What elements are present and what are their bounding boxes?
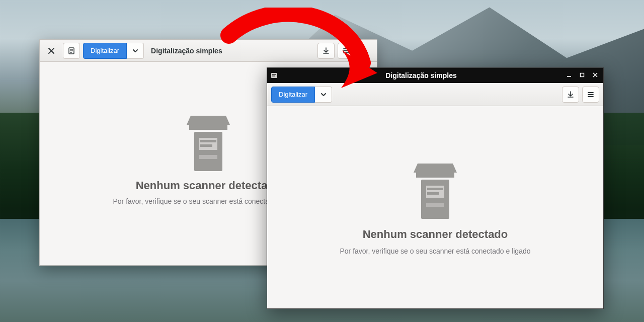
content-area: Nenhum scanner detectado Por favor, veri… — [267, 106, 603, 308]
headerbar: Digitalizar Digitalização simples — [40, 40, 377, 62]
toolbar: Digitalizar — [267, 83, 603, 106]
close-button[interactable] — [590, 70, 600, 80]
scan-split-button: Digitalizar — [271, 87, 332, 103]
menu-button[interactable] — [338, 43, 355, 59]
app-icon — [270, 71, 278, 79]
maximize-button[interactable] — [577, 70, 587, 80]
scanner-icon — [410, 159, 460, 222]
empty-state-title: Nenhum scanner detectado — [363, 228, 508, 241]
chevron-down-icon — [319, 91, 328, 99]
maximize-icon — [579, 71, 585, 80]
download-icon — [322, 47, 330, 55]
svg-rect-17 — [421, 180, 449, 219]
close-button[interactable] — [43, 43, 60, 59]
minimize-icon — [566, 71, 572, 80]
chevron-down-icon — [131, 47, 139, 55]
titlebar[interactable]: Digitalização simples — [267, 68, 603, 83]
hamburger-icon — [587, 91, 595, 99]
scan-button[interactable]: Digitalizar — [83, 43, 127, 59]
save-button[interactable] — [562, 87, 579, 103]
svg-rect-6 — [194, 132, 222, 171]
svg-rect-13 — [272, 75, 275, 76]
close-icon — [592, 71, 598, 80]
svg-rect-5 — [189, 125, 227, 130]
minimize-icon — [362, 47, 370, 55]
svg-rect-16 — [416, 173, 454, 178]
svg-rect-9 — [200, 144, 212, 147]
svg-rect-10 — [199, 155, 217, 159]
scan-options-button[interactable] — [315, 87, 332, 103]
window-title: Digitalização simples — [147, 47, 314, 55]
window-title: Digitalização simples — [281, 71, 561, 79]
svg-rect-8 — [200, 140, 216, 142]
download-icon — [567, 91, 575, 99]
scanner-icon — [183, 112, 233, 174]
save-button[interactable] — [317, 43, 335, 59]
empty-state-title: Nenhum scanner detectado — [136, 179, 281, 192]
empty-state-subtitle: Por favor, verifique se o seu scanner es… — [340, 247, 530, 255]
svg-rect-21 — [426, 203, 444, 207]
new-document-button[interactable] — [63, 43, 80, 59]
hamburger-icon — [342, 47, 350, 55]
simple-scan-window-dark: Digitalização simples Digitalizar — [267, 67, 604, 309]
scan-split-button: Digitalizar — [83, 43, 144, 59]
svg-rect-7 — [199, 138, 217, 150]
svg-rect-20 — [427, 192, 439, 195]
svg-rect-12 — [272, 74, 276, 75]
svg-rect-18 — [426, 186, 444, 198]
minimize-button[interactable] — [564, 70, 574, 80]
svg-rect-19 — [427, 188, 443, 190]
menu-button[interactable] — [582, 87, 599, 103]
scan-button[interactable]: Digitalizar — [271, 87, 315, 103]
scan-options-button[interactable] — [127, 43, 144, 59]
svg-rect-15 — [581, 73, 584, 77]
minimize-button[interactable] — [358, 43, 374, 59]
document-icon — [67, 47, 75, 55]
close-icon — [47, 47, 55, 55]
